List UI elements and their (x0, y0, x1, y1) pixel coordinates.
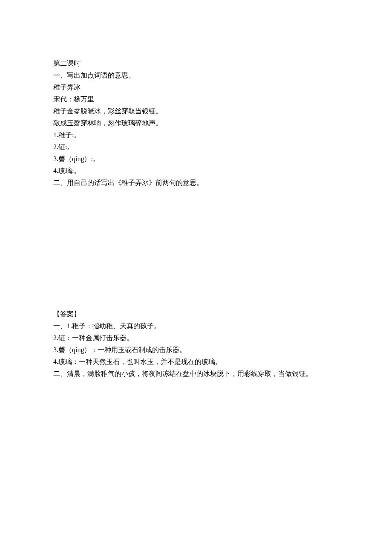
answer-2: 2.钲：一种金属打击乐器。 (53, 332, 339, 344)
answers-label: 【答案】 (53, 308, 339, 320)
answer-4: 4.玻璃：一种天然玉石，也叫水玉，并不是现在的玻璃。 (53, 356, 339, 368)
poem-title: 稚子弄冰 (53, 81, 339, 93)
answer-1: 一、1.稚子：指幼稚、天真的孩子。 (53, 320, 339, 332)
lesson-title: 第二课时 (53, 58, 339, 69)
question-1: 1.稚子:。 (53, 129, 339, 141)
question-2: 2.钲:。 (53, 141, 339, 153)
question-4: 4.玻璃:。 (53, 165, 339, 177)
content-gap (53, 189, 339, 308)
section1-heading: 一、写出加点词语的意思。 (53, 69, 339, 81)
answer-5: 二、清晨，满脸稚气的小孩，将夜间冻结在盘中的冰块脱下，用彩线穿取，当做银钲。 (53, 368, 339, 380)
answer-3: 3.磬（qìng）：一种用玉或石制成的击乐器。 (53, 344, 339, 356)
poem-line2: 敲成玉磬穿林响，忽作玻璃碎地声。 (53, 117, 339, 129)
poem-line1: 稚子金盆脱晓冰，彩丝穿取当银钲。 (53, 105, 339, 117)
section2-heading: 二、用自己的话写出《稚子弄冰》前两句的意思。 (53, 177, 339, 189)
document-body: 第二课时 一、写出加点词语的意思。 稚子弄冰 宋代：杨万里 稚子金盆脱晓冰，彩丝… (53, 58, 339, 380)
question-3: 3.磬（qìng）:。 (53, 153, 339, 165)
poem-author: 宋代：杨万里 (53, 93, 339, 105)
